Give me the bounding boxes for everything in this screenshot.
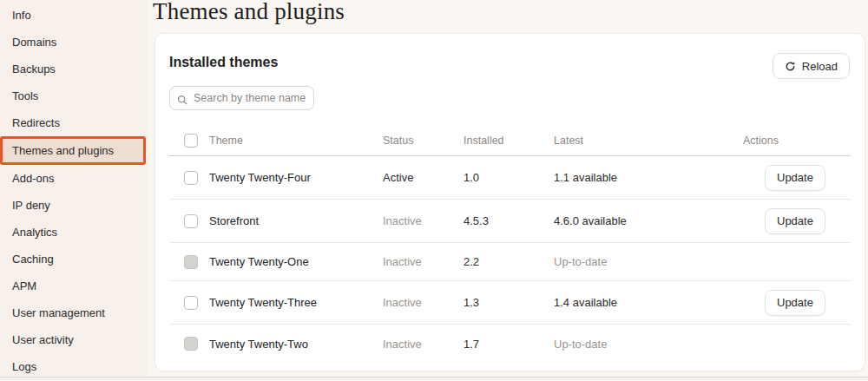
search-input[interactable] (169, 86, 314, 110)
sidebar-item-label: APM (12, 279, 36, 292)
sidebar-item-themes-and-plugins[interactable]: Themes and plugins (0, 136, 146, 165)
row-checkbox[interactable] (184, 214, 198, 228)
actions-cell: Update (743, 208, 851, 234)
theme-name: Twenty Twenty-Two (209, 338, 383, 351)
page-title: Themes and plugins (153, 0, 345, 25)
row-checkbox[interactable] (184, 171, 198, 185)
latest-version: 1.4 available (554, 296, 743, 309)
sidebar-item-domains[interactable]: Domains (0, 29, 148, 56)
installed-version: 2.2 (464, 255, 554, 268)
table-row: StorefrontInactive4.5.34.6.0 availableUp… (169, 200, 851, 243)
select-all-checkbox[interactable] (184, 134, 198, 148)
reload-icon (785, 61, 796, 72)
bottom-divider (0, 377, 868, 381)
reload-label: Reload (802, 60, 838, 73)
search-wrap (169, 86, 314, 110)
update-button[interactable]: Update (765, 290, 825, 316)
sidebar-item-tools[interactable]: Tools (0, 82, 148, 109)
sidebar-item-label: User management (12, 306, 105, 319)
table-body: Twenty Twenty-FourActive1.01.1 available… (169, 156, 851, 363)
theme-status: Active (383, 171, 464, 184)
update-button[interactable]: Update (765, 165, 825, 191)
row-checkbox (184, 337, 198, 351)
theme-status: Inactive (383, 296, 464, 309)
row-checkbox-cell (169, 296, 209, 310)
row-checkbox-cell (169, 337, 209, 351)
installed-version: 1.7 (464, 338, 554, 351)
installed-themes-card: Installed themes Reload Theme Status Ins… (155, 33, 865, 371)
sidebar-item-label: Domains (12, 36, 56, 49)
sidebar-item-ip-deny[interactable]: IP deny (0, 192, 148, 219)
sidebar-item-label: Backups (12, 62, 56, 76)
actions-cell: Update (743, 165, 851, 191)
row-checkbox-cell (169, 255, 209, 269)
sidebar-item-label: Caching (12, 253, 54, 266)
card-title: Installed themes (169, 55, 851, 70)
sidebar-item-user-activity[interactable]: User activity (0, 326, 148, 353)
latest-version: Up-to-date (554, 338, 743, 351)
column-header-actions: Actions (743, 135, 851, 147)
sidebar-item-backups[interactable]: Backups (0, 56, 148, 82)
theme-status: Inactive (383, 255, 464, 268)
table-row: Twenty Twenty-OneInactive2.2Up-to-date (169, 243, 851, 281)
row-checkbox-cell (169, 171, 209, 185)
installed-version: 1.3 (464, 296, 554, 309)
sidebar-item-label: Redirects (12, 116, 60, 129)
sidebar: InfoDomainsBackupsToolsRedirectsThemes a… (0, 0, 148, 377)
latest-version: 4.6.0 available (554, 214, 743, 227)
theme-name: Twenty Twenty-Three (209, 296, 383, 309)
sidebar-item-info[interactable]: Info (0, 2, 148, 29)
sidebar-item-user-management[interactable]: User management (0, 299, 148, 326)
sidebar-item-label: User activity (12, 333, 74, 346)
column-header-theme: Theme (209, 135, 383, 147)
themes-table: Theme Status Installed Latest Actions Tw… (169, 125, 851, 363)
table-row: Twenty Twenty-TwoInactive1.7Up-to-date (169, 325, 851, 363)
row-checkbox[interactable] (184, 296, 198, 310)
sidebar-item-add-ons[interactable]: Add-ons (0, 165, 148, 192)
installed-version: 4.5.3 (464, 214, 554, 227)
sidebar-item-label: Add-ons (12, 172, 54, 185)
update-button[interactable]: Update (765, 208, 825, 234)
theme-name: Storefront (209, 214, 383, 227)
sidebar-item-label: Themes and plugins (12, 144, 114, 157)
theme-name: Twenty Twenty-Four (209, 171, 383, 184)
table-row: Twenty Twenty-ThreeInactive1.31.4 availa… (169, 281, 851, 325)
sidebar-item-redirects[interactable]: Redirects (0, 109, 148, 136)
row-checkbox-cell (169, 214, 209, 228)
column-header-latest: Latest (554, 135, 743, 147)
table-header-row: Theme Status Installed Latest Actions (169, 125, 851, 156)
theme-status: Inactive (383, 338, 464, 351)
sidebar-item-label: Analytics (12, 226, 57, 239)
theme-name: Twenty Twenty-One (209, 255, 383, 268)
column-header-status: Status (383, 135, 464, 147)
column-header-installed: Installed (464, 135, 554, 147)
sidebar-nav: InfoDomainsBackupsToolsRedirectsThemes a… (0, 2, 148, 380)
latest-version: Up-to-date (554, 255, 743, 268)
row-checkbox (184, 255, 198, 269)
sidebar-item-caching[interactable]: Caching (0, 246, 148, 273)
installed-version: 1.0 (464, 171, 554, 184)
sidebar-item-label: Info (12, 9, 31, 22)
reload-button[interactable]: Reload (773, 53, 850, 79)
theme-status: Inactive (383, 214, 464, 227)
sidebar-item-apm[interactable]: APM (0, 273, 148, 299)
sidebar-item-label: Logs (12, 360, 36, 373)
actions-cell: Update (743, 290, 851, 316)
table-row: Twenty Twenty-FourActive1.01.1 available… (169, 156, 851, 200)
sidebar-item-label: Tools (12, 89, 38, 102)
latest-version: 1.1 available (554, 171, 743, 184)
sidebar-item-label: IP deny (12, 199, 50, 212)
sidebar-item-analytics[interactable]: Analytics (0, 219, 148, 246)
